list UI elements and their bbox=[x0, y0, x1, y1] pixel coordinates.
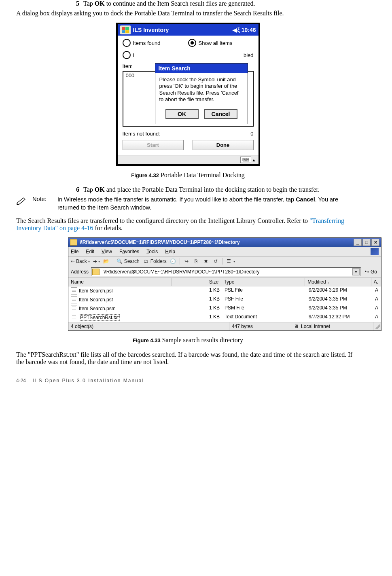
label-row2-right-partial: bled bbox=[244, 52, 254, 58]
folder-icon bbox=[92, 269, 100, 275]
step-text: Tap OK to continue and the Item Search r… bbox=[83, 0, 360, 7]
menu-tools[interactable]: Tools bbox=[146, 249, 158, 254]
label-items-found: Items found bbox=[133, 40, 161, 46]
note: Note: In Wireless mode the file transfer… bbox=[16, 196, 360, 212]
table-row[interactable]: Item Search.psf1 KBPSF File9/2/2004 3:35… bbox=[68, 295, 381, 304]
go-button[interactable]: ↪ Go bbox=[363, 269, 379, 275]
page-number: 4-24 bbox=[16, 378, 26, 383]
speaker-icon[interactable]: ◀ξ bbox=[233, 27, 239, 33]
menu-help[interactable]: Help bbox=[165, 249, 175, 254]
menu-view[interactable]: View bbox=[102, 249, 112, 254]
file-attr: A bbox=[373, 287, 381, 295]
file-attr: A bbox=[373, 305, 381, 313]
file-icon bbox=[71, 305, 77, 312]
folder-icon bbox=[70, 239, 77, 246]
address-value: \\Rfidserver\c$\DOCUME~1\RFIDSRV\MYDOCU~… bbox=[104, 269, 351, 275]
items-not-found-value: 0 bbox=[250, 131, 253, 137]
sort-asc-icon: ▵ bbox=[328, 281, 329, 284]
copy-to-button[interactable]: ⎘ bbox=[193, 258, 199, 265]
figure-433-screenshot: \\Rfidserver\c$\DOCUME~1\RFIDSRV\MYDOCU~… bbox=[68, 237, 381, 331]
move-to-button[interactable]: ↪ bbox=[183, 258, 190, 265]
search-button[interactable]: 🔍Search bbox=[117, 258, 140, 265]
zone-icon: 🖥 bbox=[294, 324, 299, 329]
undo-button[interactable]: ↺ bbox=[212, 258, 219, 265]
book-title: ILS Open Plus 3.0 Installation Manual bbox=[33, 378, 144, 383]
file-attr: A bbox=[373, 296, 381, 304]
header-size[interactable]: Size bbox=[172, 278, 221, 286]
app-title: ILS Inventory bbox=[133, 27, 169, 33]
history-button[interactable]: 🕘 bbox=[170, 258, 176, 265]
menu-edit[interactable]: Edit bbox=[86, 249, 94, 254]
menu-file[interactable]: File bbox=[71, 249, 78, 254]
header-modified[interactable]: Modified▵ bbox=[305, 278, 371, 286]
step-number: 6 bbox=[68, 186, 83, 193]
table-row[interactable]: Item Search.psl1 KBPSL File9/2/2004 3:29… bbox=[68, 286, 381, 295]
delete-button[interactable]: ✖ bbox=[203, 258, 209, 265]
file-name: Item Search.psf bbox=[79, 297, 113, 303]
paragraph: The "PPTSearchRst.txt" file lists all of… bbox=[16, 351, 360, 366]
paragraph: The Search Results files are transferred… bbox=[16, 217, 360, 232]
paragraph: A dialog box displays asking you to dock… bbox=[16, 10, 360, 17]
header-type[interactable]: Type bbox=[221, 278, 305, 286]
file-modified: 9/2/2004 3:35 PM bbox=[306, 296, 373, 304]
file-icon bbox=[71, 287, 77, 294]
status-objects: 4 object(s) bbox=[68, 322, 229, 330]
dialog-title: Item Search bbox=[155, 64, 248, 73]
pencil-icon bbox=[16, 196, 32, 212]
sip-keyboard-icon[interactable]: ⌨ bbox=[240, 157, 251, 163]
address-dropdown-icon[interactable]: ▼ bbox=[352, 268, 360, 275]
windows-logo-icon bbox=[122, 27, 129, 33]
file-modified: 9/7/2004 12:32 PM bbox=[306, 313, 373, 322]
folders-button[interactable]: 🗂Folders bbox=[143, 258, 167, 265]
back-button[interactable]: ⇐ Back ▾ bbox=[71, 258, 90, 264]
go-icon: ↪ bbox=[365, 269, 369, 275]
explorer-address-bar: Address \\Rfidserver\c$\DOCUME~1\RFIDSRV… bbox=[68, 266, 381, 278]
start-button-disabled: Start bbox=[123, 140, 184, 150]
table-row[interactable]: PPTSearchRst.txt1 KBText Document9/7/200… bbox=[68, 313, 381, 322]
file-size: 1 KB bbox=[173, 296, 222, 304]
step-6: 6 Tap OK and place the Portable Data Ter… bbox=[68, 186, 360, 193]
up-button[interactable]: 📂 bbox=[103, 258, 110, 265]
step-number: 5 bbox=[68, 0, 83, 7]
note-label: Note: bbox=[32, 196, 57, 212]
done-button[interactable]: Done bbox=[193, 140, 254, 150]
maximize-button[interactable]: □ bbox=[362, 239, 371, 246]
header-name[interactable]: Name bbox=[68, 278, 172, 286]
dialog-message: Please dock the Symbol unit and press 'O… bbox=[155, 73, 248, 107]
menu-favorites[interactable]: Favorites bbox=[119, 249, 139, 254]
file-type: PSL File bbox=[222, 287, 306, 295]
forward-button[interactable]: ➔ ▾ bbox=[93, 258, 100, 264]
sip-up-arrow-icon[interactable]: ▲ bbox=[252, 158, 256, 162]
table-row[interactable]: Item Search.psm1 KBPSM File9/2/2004 3:35… bbox=[68, 304, 381, 313]
views-button[interactable]: ☰▾ bbox=[226, 258, 235, 265]
explorer-title-bar: \\Rfidserver\c$\DOCUME~1\RFIDSRV\MYDOCU~… bbox=[68, 238, 381, 247]
dialog-cancel-button[interactable]: Cancel bbox=[204, 109, 237, 119]
file-name: PPTSearchRst.txt bbox=[79, 314, 120, 321]
pda-title-bar: ILS Inventory ◀ξ 10:46 bbox=[118, 24, 259, 36]
file-type: Text Document bbox=[222, 313, 306, 322]
file-name: Item Search.psm bbox=[79, 306, 116, 311]
dialog-ok-button[interactable]: OK bbox=[165, 109, 199, 119]
radio-row2-left[interactable] bbox=[123, 51, 131, 59]
figure-432-screenshot: ILS Inventory ◀ξ 10:46 Items found Show … bbox=[116, 23, 260, 166]
explorer-file-list: Item Search.psl1 KBPSL File9/2/2004 3:29… bbox=[68, 286, 381, 322]
status-zone: 🖥 Local intranet bbox=[291, 322, 373, 330]
throbber-icon bbox=[371, 248, 379, 255]
figure-432-caption: Figure 4.32 Portable Data Terminal Docki… bbox=[16, 172, 360, 179]
file-name: Item Search.psl bbox=[79, 288, 112, 294]
radio-show-all-items[interactable] bbox=[188, 39, 196, 47]
header-a[interactable]: A. bbox=[371, 278, 381, 286]
status-bytes: 447 bytes bbox=[229, 322, 291, 330]
minimize-button[interactable]: _ bbox=[354, 239, 362, 246]
close-button[interactable]: ✕ bbox=[371, 239, 379, 246]
resize-grip-icon[interactable] bbox=[374, 324, 380, 329]
file-size: 1 KB bbox=[173, 287, 222, 295]
address-input[interactable]: \\Rfidserver\c$\DOCUME~1\RFIDSRV\MYDOCU~… bbox=[91, 267, 361, 276]
file-type: PSM File bbox=[222, 305, 306, 313]
start-button[interactable] bbox=[120, 25, 131, 34]
radio-items-found[interactable] bbox=[123, 39, 131, 47]
file-size: 1 KB bbox=[173, 313, 222, 322]
item-listbox-value: 000 bbox=[126, 72, 135, 78]
explorer-status-bar: 4 object(s) 447 bytes 🖥 Local intranet bbox=[68, 322, 381, 330]
items-not-found-label: Items not found: bbox=[123, 131, 251, 137]
